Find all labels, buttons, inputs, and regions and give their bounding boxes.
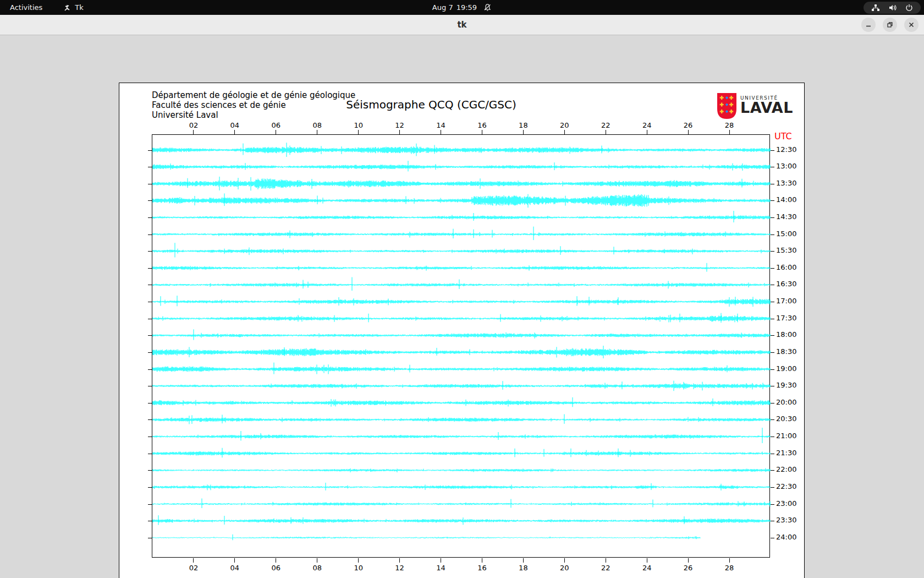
row-tick-mark — [148, 454, 152, 454]
seismogram-trace-row — [152, 397, 771, 407]
row-tick-mark — [771, 470, 774, 471]
maximize-button[interactable] — [883, 18, 897, 32]
seismogram-trace-row — [152, 177, 771, 190]
x-tick-mark — [564, 558, 565, 563]
desktop-screen: Activities Tk Aug 7 19:59 — [0, 0, 924, 578]
minimize-button[interactable] — [861, 18, 876, 32]
row-tick-mark — [148, 200, 152, 201]
utc-time-label: 19:00 — [776, 364, 796, 373]
utc-time-label: 18:30 — [776, 347, 796, 356]
row-tick-mark — [771, 184, 774, 184]
utc-time-label: 21:30 — [776, 449, 796, 457]
seismograph-canvas: Département de géologie et de génie géol… — [119, 83, 805, 578]
row-tick-mark — [148, 302, 152, 302]
tk-window-body: Département de géologie et de génie géol… — [0, 36, 924, 578]
x-tick-mark — [358, 558, 359, 563]
row-tick-mark — [148, 285, 152, 285]
x-tick-mark — [606, 558, 606, 563]
x-tick-label: 26 — [684, 121, 693, 129]
x-tick-mark — [358, 130, 359, 134]
utc-time-label: 23:30 — [776, 516, 796, 524]
row-tick-mark — [771, 437, 774, 437]
x-tick-mark — [523, 558, 524, 563]
system-status-menu[interactable] — [864, 2, 921, 14]
x-tick-mark — [193, 558, 194, 563]
header-line-1: Département de géologie et de génie géol… — [152, 90, 355, 100]
utc-time-label: 16:30 — [776, 280, 796, 288]
row-tick-mark — [148, 487, 152, 488]
utc-time-label: 18:00 — [776, 330, 796, 339]
seismogram-trace-row — [152, 161, 771, 171]
gnome-top-bar: Activities Tk Aug 7 19:59 — [0, 0, 924, 15]
x-tick-mark — [482, 558, 482, 563]
close-button[interactable] — [904, 18, 919, 32]
seismogram-trace-row — [152, 313, 771, 323]
row-tick-mark — [148, 504, 152, 505]
department-header: Département de géologie et de génie géol… — [152, 90, 355, 120]
clock-menu[interactable]: Aug 7 19:59 — [432, 3, 492, 12]
volume-icon — [888, 4, 897, 12]
utc-time-label: 19:30 — [776, 381, 796, 389]
row-tick-mark — [148, 319, 152, 319]
x-tick-label: 12 — [395, 121, 404, 129]
activities-button[interactable]: Activities — [10, 3, 42, 12]
row-tick-mark — [771, 200, 774, 201]
seismogram-trace-row — [152, 296, 771, 307]
seismogram-trace-row — [152, 428, 771, 443]
x-tick-mark — [441, 558, 441, 563]
x-tick-label: 24 — [642, 121, 652, 129]
utc-time-label: 13:00 — [776, 162, 796, 170]
seismogram-trace-row — [152, 535, 700, 541]
laval-logo: UNIVERSITÉ LAVAL — [717, 92, 793, 122]
row-tick-mark — [148, 437, 152, 437]
row-tick-mark — [771, 319, 774, 319]
chart-title: Séismographe QCQ (CGC/GSC) — [346, 98, 516, 111]
x-tick-label: 20 — [560, 121, 569, 129]
x-tick-label: 04 — [230, 121, 240, 129]
x-tick-mark — [729, 130, 730, 134]
utc-time-label: 12:30 — [776, 145, 796, 154]
x-tick-mark — [688, 558, 689, 563]
window-title: tk — [457, 20, 466, 30]
header-line-3: Université Laval — [152, 110, 355, 120]
utc-time-label: 15:30 — [776, 246, 796, 254]
x-tick-label: 04 — [230, 564, 240, 572]
x-tick-label: 02 — [189, 121, 199, 129]
row-tick-mark — [148, 335, 152, 336]
x-tick-label: 16 — [477, 121, 487, 129]
x-tick-mark — [523, 130, 524, 134]
row-tick-mark — [771, 167, 774, 167]
power-icon — [905, 4, 913, 12]
seismogram-trace-row — [152, 263, 771, 272]
row-tick-mark — [148, 419, 152, 420]
x-tick-mark — [482, 130, 482, 134]
x-tick-label: 28 — [725, 121, 734, 129]
row-tick-mark — [771, 302, 774, 302]
window-title-bar[interactable]: tk — [0, 15, 924, 35]
row-tick-mark — [771, 352, 774, 353]
utc-time-label: 14:30 — [776, 212, 796, 221]
seismogram-trace-row — [152, 193, 771, 208]
utc-time-label: 22:30 — [776, 482, 796, 490]
row-tick-mark — [148, 386, 152, 386]
x-tick-label: 26 — [684, 564, 693, 572]
row-tick-mark — [148, 217, 152, 218]
seismogram-traces — [152, 135, 771, 558]
focused-app-name: Tk — [75, 3, 83, 12]
seismogram-trace-row — [152, 363, 771, 374]
bell-muted-icon — [483, 3, 492, 12]
x-tick-label: 10 — [354, 121, 363, 129]
x-tick-mark — [276, 558, 276, 563]
clock-time: 19:59 — [457, 3, 477, 12]
row-tick-mark — [771, 235, 774, 235]
utc-time-label: 24:00 — [776, 533, 796, 541]
utc-time-label: 22:00 — [776, 465, 796, 473]
seismogram-trace-row — [152, 414, 771, 424]
x-tick-label: 08 — [312, 564, 322, 572]
x-tick-label: 08 — [312, 121, 322, 129]
row-tick-mark — [148, 167, 152, 167]
focused-app-menu[interactable]: Tk — [63, 3, 83, 12]
seismogram-trace-row — [152, 499, 771, 509]
row-tick-mark — [771, 521, 774, 521]
x-tick-mark — [234, 130, 235, 134]
